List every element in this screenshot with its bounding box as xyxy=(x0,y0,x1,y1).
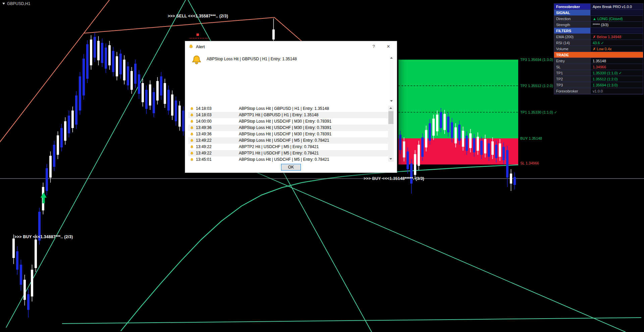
panel-value: 1.35512 (1:2.0) xyxy=(591,76,643,82)
alert-list-item[interactable]: 13:49:22ABPStop Loss Hit | USDCHF | M5 |… xyxy=(188,137,388,144)
panel-row-filters: FILTERS xyxy=(554,28,643,34)
ok-button[interactable]: OK xyxy=(281,164,301,171)
panel-row-volume: Volume✗ Low 0.4x xyxy=(554,46,643,52)
candle-body xyxy=(112,51,114,72)
panel-label: SL xyxy=(554,64,591,70)
candle-body xyxy=(130,71,133,90)
candle-body xyxy=(510,174,512,184)
bell-icon xyxy=(190,151,194,155)
alert-text: ABPStop Loss Hit | USDCHF | M5 | Entry: … xyxy=(239,156,388,162)
candle-body xyxy=(20,265,22,285)
bell-icon xyxy=(190,120,194,124)
candle-body xyxy=(514,177,516,185)
candle-body xyxy=(399,135,401,150)
bell-icon xyxy=(190,126,194,130)
candle-body xyxy=(182,111,184,131)
candle-body xyxy=(407,151,409,169)
alert-time: 14:18:03 xyxy=(196,112,239,118)
alert-list-item[interactable]: 13:45:01ABPStop Loss Hit | USDCHF | M5 |… xyxy=(188,156,388,162)
scrollbar-thumb[interactable] xyxy=(388,111,393,124)
candle-body xyxy=(451,122,453,138)
candle-body xyxy=(35,240,37,268)
buy-signal-label-1: >>> BUY <<<1.34887***.. (2/3) xyxy=(14,235,73,239)
alert-text: ABPStop Loss Hit | USDCHF | M30 | Entry:… xyxy=(239,118,388,125)
level-label-buy: BUY 1.35148 xyxy=(520,136,542,140)
alert-time: 14:18:03 xyxy=(196,106,239,112)
panel-label: RSI (14) xyxy=(554,40,591,46)
panel-value: 1.35330 (1:1.0) ✓ xyxy=(591,70,643,76)
scroll-down-button[interactable] xyxy=(388,156,394,162)
panel-label: SIGNAL xyxy=(554,10,591,16)
scroll-up-icon[interactable] xyxy=(390,57,393,59)
candle-body xyxy=(79,76,81,111)
panel-value: Apex Break PRO v1.0.0 xyxy=(591,4,643,10)
bell-icon xyxy=(190,107,194,111)
bell-icon xyxy=(190,113,194,117)
alert-list-item[interactable]: 13:49:36ABPStop Loss Hit | USDCHF | M30 … xyxy=(188,131,388,137)
scroll-down-icon[interactable] xyxy=(390,100,393,102)
candle-body xyxy=(116,56,118,76)
scroll-up-button[interactable] xyxy=(388,106,394,111)
candle-body xyxy=(462,131,464,147)
panel-row-rsi-14-: RSI (14)43.6 ✓ xyxy=(554,40,643,46)
symbol-timeframe-label: GBPUSD,H1 xyxy=(2,1,30,6)
candle-body xyxy=(57,135,59,155)
alert-list-item[interactable]: 13:49:36ABPStop Loss Hit | USDCHF | M30 … xyxy=(188,125,388,131)
candle-body xyxy=(488,143,490,157)
trend-line xyxy=(0,0,111,144)
candle-body xyxy=(142,83,144,102)
candle-body xyxy=(108,45,111,65)
panel-row-tp2: TP21.35512 (1:2.0) xyxy=(554,76,643,82)
message-scrollbar[interactable] xyxy=(389,56,394,103)
close-icon[interactable]: × xyxy=(383,41,394,52)
candle-body xyxy=(145,90,148,109)
panel-value: ✗ Below 1.34948 xyxy=(591,34,643,40)
alert-text: ABPStop Loss Hit | USDCHF | M5 | Entry: … xyxy=(239,137,388,144)
candle-body xyxy=(440,112,442,128)
dialog-title: Alert xyxy=(196,44,205,49)
candle-body xyxy=(436,115,438,131)
candle-body xyxy=(469,133,472,148)
panel-label: TP1 xyxy=(554,70,591,76)
alert-list-item[interactable]: 14:00:00ABPStop Loss Hit | USDCHF | M30 … xyxy=(188,118,388,125)
alert-message: ABPStop Loss Hit | GBPUSD | H1 | Entry: … xyxy=(207,57,297,61)
candle-body xyxy=(27,294,30,310)
panel-row-trade: TRADE xyxy=(554,52,643,58)
candle-body xyxy=(499,143,501,157)
panel-label: TRADE xyxy=(554,52,591,58)
panel-label: Strength xyxy=(554,22,591,28)
help-button[interactable]: ? xyxy=(368,41,379,52)
bell-icon xyxy=(189,44,194,49)
candle-body xyxy=(53,145,55,167)
alert-list-item[interactable]: 14:18:03ABPTP1 Hit | GBPUSD | H1 | Entry… xyxy=(188,112,388,118)
alert-text: ABPTP1 Hit | USDCHF | M5 | Entry: 0.7842… xyxy=(239,150,388,156)
candle-body xyxy=(458,125,461,141)
alert-rows: 14:18:03ABPStop Loss Hit | GBPUSD | H1 |… xyxy=(188,106,388,162)
panel-label: FILTERS xyxy=(554,28,591,34)
alert-list-scrollbar[interactable] xyxy=(388,106,394,162)
candle-body xyxy=(123,60,125,80)
alert-list-item[interactable]: 14:18:03ABPStop Loss Hit | GBPUSD | H1 |… xyxy=(188,106,388,112)
alert-text: ABPStop Loss Hit | USDCHF | M30 | Entry:… xyxy=(239,125,388,131)
panel-row-forexobroker: ForexobrokerApex Break PRO v1.0.0 xyxy=(554,4,643,10)
candle-body xyxy=(46,168,48,191)
alert-list-item[interactable]: 13:49:22ABPTP2 Hit | USDCHF | M5 | Entry… xyxy=(188,144,388,150)
panel-value: 1.35148 xyxy=(591,58,643,64)
alert-text: ABPTP1 Hit | GBPUSD | H1 | Entry: 1.3514… xyxy=(239,112,388,118)
candle-body xyxy=(429,123,431,141)
candle-body xyxy=(171,94,173,116)
candle-body xyxy=(138,74,140,94)
chart-menu-icon xyxy=(2,3,5,5)
alert-text: ABPTP2 Hit | USDCHF | M5 | Entry: 0.7842… xyxy=(239,144,388,150)
alert-list-item[interactable]: 13:49:22ABPTP1 Hit | USDCHF | M5 | Entry… xyxy=(188,150,388,156)
dialog-titlebar[interactable]: Alert ? × xyxy=(185,41,397,52)
alert-time: 14:00:00 xyxy=(196,118,239,125)
candle-body xyxy=(491,141,494,155)
panel-row-signal: SIGNAL xyxy=(554,10,643,16)
candle-body xyxy=(484,139,486,153)
candle-body xyxy=(443,114,446,130)
candle-body xyxy=(97,41,100,60)
panel-label: EMA (200) xyxy=(554,34,591,40)
panel-value: 43.6 ✓ xyxy=(591,40,643,46)
candle-body xyxy=(447,117,449,132)
